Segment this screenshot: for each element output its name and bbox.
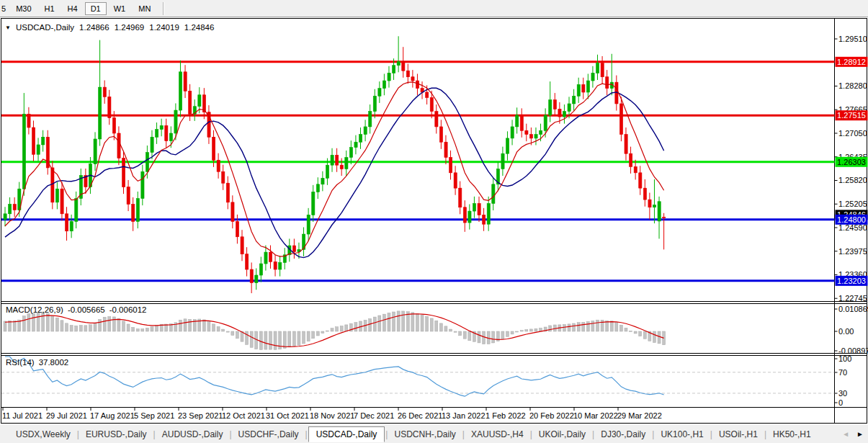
candle-body [66,214,68,231]
candle-body [625,135,627,154]
macd-histogram-bar [573,323,576,331]
macd-histogram-bar [430,318,433,331]
chart-tab-usdx[interactable]: USDX,Weekly [10,427,76,442]
candle-body [250,269,253,283]
candle-body [307,215,310,234]
macd-histogram-bar [483,331,486,344]
candle-body [619,104,622,135]
macd-histogram-bar [369,318,372,331]
level-price-badge-label: 1.28912 [837,58,866,66]
candle-body [312,192,315,215]
macd-histogram-bar [563,325,565,331]
candle-body [340,165,343,169]
macd-histogram-bar [222,329,225,331]
macd-histogram-bar [378,316,381,331]
candle-body [189,91,192,114]
macd-histogram-bar [37,313,40,331]
chart-tab-usdcad[interactable]: USDCAD-,Daily [308,426,385,442]
chart-tab-usdcnh[interactable]: USDCNH-,Daily [388,427,461,442]
macd-histogram-bar [42,313,45,331]
chart-tab-uk100[interactable]: UK100-,H1 [655,427,709,442]
macd-histogram-bar [449,329,452,331]
chart-window[interactable]: 1.295101.282801.276651.270501.264351.258… [0,17,868,424]
mt4-terminal-window: 5 M30H1H4D1W1MN 1.295101.282801.276651.2… [0,0,868,443]
date-label: 17 Aug 2021 [90,411,135,420]
timeframe-button-w1[interactable]: W1 [108,2,132,15]
candle-body [345,158,348,169]
macd-histogram-bar [312,331,315,339]
candle-body [473,203,475,211]
candle-body [406,71,409,77]
candle-body [487,203,490,224]
macd-histogram-bar [506,331,509,336]
macd-histogram-bar [516,331,519,332]
level-price-badge-label: 1.27515 [837,111,866,120]
date-label: 18 Nov 2021 [310,411,354,420]
date-label: 13 Jan 2022 [442,411,486,420]
candle-body [151,137,153,152]
macd-histogram-bar [534,328,537,331]
candle-body [630,153,632,166]
rsi-axis-label: 0 [838,398,843,407]
candle-body [279,262,282,269]
candle-body [112,118,115,133]
chart-tab-audusd[interactable]: AUDUSD-,Daily [156,427,229,442]
timeframe-button-d1[interactable]: D1 [85,2,107,15]
candle-body [483,215,486,224]
timeframe-button-mn[interactable]: MN [133,2,156,15]
candle-body [634,166,637,173]
candle-body [639,173,642,188]
macd-histogram-bar [393,312,395,331]
macd-histogram-bar [226,331,229,332]
macd-histogram-bar [520,331,523,331]
candle-body [540,130,542,134]
timeframe-button-partial[interactable]: 5 [1,2,9,15]
chart-tab-ukoil[interactable]: UKOil-,Daily [533,427,591,442]
candle-body [444,142,447,157]
macd-histogram-bar [66,323,68,331]
candle-body [653,205,656,207]
candle-body [174,110,177,133]
macd-histogram-bar [246,331,249,344]
chart-tab-usdchf[interactable]: USDCHF-,Daily [233,427,305,442]
tab-scroll-left-icon[interactable]: ◄ [842,430,849,438]
chart-tab-eurusd[interactable]: EURUSD-,Daily [80,427,153,442]
macd-histogram-bar [292,331,295,346]
timeframe-button-m30[interactable]: M30 [10,2,37,15]
price-chart-canvas[interactable]: 1.295101.282801.276651.270501.264351.258… [0,17,868,424]
chart-tab-xauusd[interactable]: XAUUSD-,H4 [465,427,529,442]
macd-histogram-bar [463,331,466,339]
date-label: 5 Sep 2021 [134,411,174,420]
candle-body [388,73,390,81]
macd-histogram-bar [625,328,627,331]
candle-body [75,199,78,222]
chart-tab-usoil[interactable]: USOil-,H1 [713,427,764,442]
macd-histogram-bar [184,319,187,331]
candle-body [439,127,442,142]
macd-histogram-bar [151,327,153,331]
candle-body [643,188,646,200]
chart-tab-dj30[interactable]: DJ30-,Daily [595,427,651,442]
macd-histogram-bar [217,326,220,331]
candle-body [117,133,120,158]
macd-histogram-bar [189,319,192,331]
candle-body [529,135,532,138]
candle-body [55,189,58,202]
tab-scroll-right-icon[interactable]: ► [856,430,864,438]
chart-tab-hk50[interactable]: HK50-,H1 [767,427,817,442]
candle-body [382,81,385,89]
candle-body [165,125,168,140]
candle-body [4,214,6,220]
candle-body [32,127,35,154]
timeframe-button-h4[interactable]: H4 [62,2,84,15]
macd-histogram-bar [202,320,205,331]
macd-histogram-bar [122,321,125,331]
macd-histogram-bar [397,311,400,331]
candle-body [321,178,324,184]
date-label: 7 Dec 2021 [354,411,394,420]
macd-histogram-bar [639,331,642,336]
timeframe-button-h1[interactable]: H1 [39,2,61,15]
candle-body [27,114,30,127]
candle-body [136,199,139,222]
macd-histogram-bar [525,330,528,331]
